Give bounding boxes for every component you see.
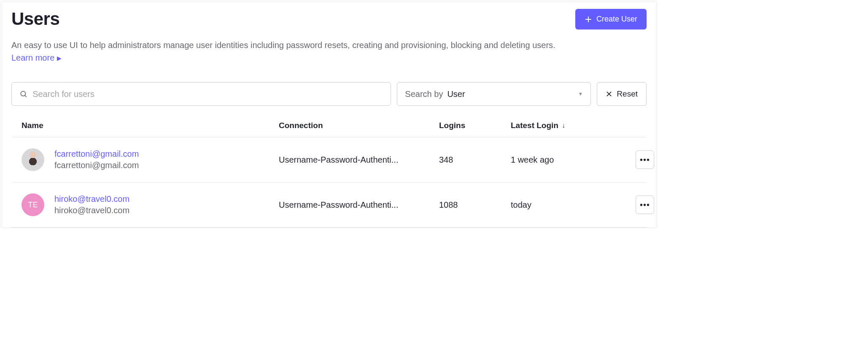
search-by-select[interactable]: Search by User ▼: [397, 82, 591, 106]
logins-cell: 348: [439, 155, 511, 165]
learn-more-label: Learn more: [11, 53, 54, 63]
col-logins[interactable]: Logins: [439, 121, 511, 130]
row-actions-button[interactable]: •••: [636, 196, 654, 214]
sort-down-icon: ↓: [562, 122, 565, 129]
search-by-value: User: [447, 89, 465, 99]
users-table: Name Connection Logins Latest Login ↓ fc…: [11, 121, 647, 228]
table-header: Name Connection Logins Latest Login ↓: [11, 121, 647, 137]
col-connection[interactable]: Connection: [279, 121, 439, 130]
more-horizontal-icon: •••: [640, 200, 650, 210]
chevron-down-icon: ▼: [578, 91, 583, 97]
search-box[interactable]: [11, 82, 391, 106]
logins-cell: 1088: [439, 200, 511, 210]
play-icon: ▶: [57, 55, 62, 62]
latest-login-cell: 1 week ago: [511, 155, 620, 165]
user-name-link[interactable]: hiroko@travel0.com: [54, 194, 129, 204]
plus-icon: [585, 16, 592, 23]
search-input[interactable]: [32, 89, 383, 99]
page-title: Users: [11, 9, 59, 29]
user-email: hiroko@travel0.com: [54, 206, 129, 215]
avatar: TE: [22, 193, 44, 216]
more-horizontal-icon: •••: [640, 155, 650, 165]
connection-cell: Username-Password-Authenti...: [279, 155, 439, 165]
actions-cell: •••: [620, 196, 654, 214]
user-cell: TE hiroko@travel0.com hiroko@travel0.com: [22, 193, 279, 216]
reset-button[interactable]: Reset: [597, 82, 647, 106]
table-row: fcarrettoni@gmail.com fcarrettoni@gmail.…: [11, 137, 647, 182]
page-description: An easy to use UI to help administrators…: [11, 39, 647, 51]
learn-more-link[interactable]: Learn more ▶: [11, 53, 62, 63]
user-texts: fcarrettoni@gmail.com fcarrettoni@gmail.…: [54, 149, 139, 170]
avatar: [22, 148, 44, 171]
user-texts: hiroko@travel0.com hiroko@travel0.com: [54, 194, 129, 215]
close-icon: [606, 91, 612, 97]
latest-login-cell: today: [511, 200, 620, 210]
user-name-link[interactable]: fcarrettoni@gmail.com: [54, 149, 139, 159]
reset-label: Reset: [617, 89, 638, 99]
search-icon: [19, 90, 27, 98]
col-latest-login[interactable]: Latest Login ↓: [511, 121, 620, 130]
connection-cell: Username-Password-Authenti...: [279, 200, 439, 210]
user-email: fcarrettoni@gmail.com: [54, 161, 139, 170]
svg-point-2: [21, 91, 25, 96]
create-user-button[interactable]: Create User: [575, 9, 647, 29]
search-by-label: Search by: [405, 89, 443, 99]
actions-cell: •••: [620, 150, 654, 169]
controls-row: Search by User ▼ Reset: [11, 82, 647, 106]
row-actions-button[interactable]: •••: [636, 150, 654, 169]
users-panel: Users Create User An easy to use UI to h…: [1, 1, 657, 228]
header-row: Users Create User: [11, 9, 647, 29]
create-user-label: Create User: [596, 15, 637, 24]
table-row: TE hiroko@travel0.com hiroko@travel0.com…: [11, 182, 647, 228]
col-name[interactable]: Name: [22, 121, 279, 130]
user-cell: fcarrettoni@gmail.com fcarrettoni@gmail.…: [22, 148, 279, 171]
svg-line-3: [25, 96, 27, 97]
